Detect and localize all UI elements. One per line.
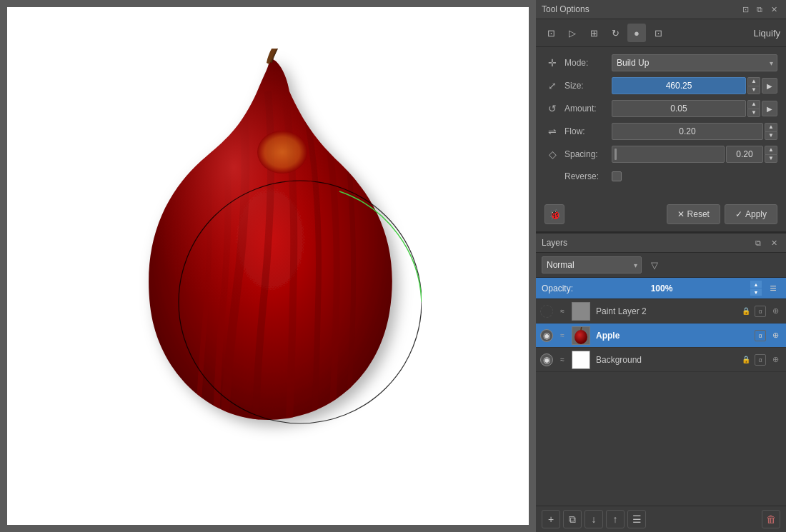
amount-arrow-icon: ▶ xyxy=(762,101,777,116)
apply-button[interactable]: ✓ Apply xyxy=(725,204,777,224)
tool-options-close-btn[interactable]: ✕ xyxy=(767,3,780,16)
amount-spin: ▲ ▼ xyxy=(747,100,760,117)
size-row: ⤢ Size: 460.25 ▲ ▼ ▶ xyxy=(544,77,777,94)
layers-footer: + ⧉ ↓ ↑ ☰ 🗑 xyxy=(536,506,786,532)
opacity-menu-btn[interactable]: ≡ xyxy=(766,281,780,296)
action-buttons: ✕ Reset ✓ Apply xyxy=(667,204,777,224)
layer-name-paint-layer-2: Paint Layer 2 xyxy=(593,306,737,316)
size-control: 460.25 ▲ ▼ ▶ xyxy=(612,77,777,94)
layer-item-apple[interactable]: ◉ ≈ Apple α xyxy=(536,323,786,348)
tool-icon-move[interactable]: ▷ xyxy=(563,24,582,42)
canvas-image xyxy=(114,49,422,484)
layer-vis-apple[interactable]: ◉ xyxy=(540,329,553,342)
tool-toolbar: ⊡ ▷ ⊞ ↻ ● ⊡ Liquify xyxy=(536,19,786,47)
layer-action-apple[interactable]: ⊕ xyxy=(769,329,782,342)
flow-label: Flow: xyxy=(564,126,607,136)
tool-icon-rect[interactable]: ⊡ xyxy=(542,24,560,42)
spacing-icon: ◇ xyxy=(544,146,560,162)
tool-icon-rotate[interactable]: ↻ xyxy=(606,24,625,42)
layer-thumb-apple xyxy=(572,326,590,345)
blend-mode-select[interactable]: Normal Multiply Screen Overlay xyxy=(542,256,642,273)
layer-type-paint-layer-2: ≈ xyxy=(556,305,569,318)
spacing-control: 0.20 ▲ ▼ xyxy=(612,146,777,163)
tool-options-maximize-btn[interactable]: ⧉ xyxy=(753,3,766,16)
tool-options-restore-btn[interactable]: ⊡ xyxy=(739,3,752,16)
layers-opacity-row: Opacity: 100% ▲ ▼ ≡ xyxy=(536,278,786,299)
opacity-down-btn[interactable]: ▼ xyxy=(750,288,762,296)
layer-type-apple: ≈ xyxy=(556,329,569,342)
opacity-label: Opacity: xyxy=(542,283,573,293)
amount-icon: ↺ xyxy=(544,101,560,116)
flow-up-btn[interactable]: ▲ xyxy=(765,123,777,131)
layer-action-background[interactable]: ⊕ xyxy=(769,353,782,366)
move-layer-up-btn[interactable]: ↑ xyxy=(606,510,625,528)
spacing-label: Spacing: xyxy=(564,149,607,159)
tool-icon-transform[interactable]: ⊞ xyxy=(584,24,603,42)
layer-action-paint-layer-2[interactable]: ⊕ xyxy=(769,305,782,318)
mode-row: ✛ Mode: Build Up Move Grow/Shrink Twirl … xyxy=(544,54,777,71)
opacity-value: 100% xyxy=(577,283,746,293)
reset-button[interactable]: ✕ Reset xyxy=(667,204,720,224)
opacity-up-btn[interactable]: ▲ xyxy=(750,281,762,288)
amount-input[interactable]: 0.05 xyxy=(612,100,746,117)
amount-down-btn[interactable]: ▼ xyxy=(747,109,760,118)
size-spin: ▲ ▼ xyxy=(747,77,760,94)
tool-options-content: ✛ Mode: Build Up Move Grow/Shrink Twirl … xyxy=(536,47,786,197)
add-layer-btn[interactable]: + xyxy=(542,510,560,528)
amount-up-btn[interactable]: ▲ xyxy=(747,100,760,109)
layer-alpha-apple: α xyxy=(755,330,766,341)
right-panel: Tool Options ⊡ ⧉ ✕ ⊡ ▷ ⊞ ↻ ● ⊡ Liquify ✛… xyxy=(536,0,786,532)
size-label: Size: xyxy=(564,81,607,91)
layers-maximize-btn[interactable]: ⧉ xyxy=(752,236,765,249)
apply-icon: ✓ xyxy=(735,209,742,219)
layer-name-background: Background xyxy=(593,355,737,365)
layers-filter-btn[interactable]: ▽ xyxy=(646,256,663,273)
mode-icon: ✛ xyxy=(544,55,560,71)
canvas-area[interactable] xyxy=(0,0,536,532)
reverse-checkbox[interactable] xyxy=(612,171,622,181)
reset-label: Reset xyxy=(687,209,710,219)
tool-name-label: Liquify xyxy=(753,28,780,39)
layer-thumb-paint-layer-2 xyxy=(572,302,590,321)
layer-vis-background[interactable]: ◉ xyxy=(540,353,553,366)
tool-icon-paint[interactable]: ● xyxy=(627,24,646,42)
size-icon: ⤢ xyxy=(544,78,560,94)
reverse-control xyxy=(612,171,777,181)
bug-button[interactable]: 🐞 xyxy=(544,204,564,224)
layer-item-paint-layer-2[interactable]: ≈ Paint Layer 2 🔒 α ⊕ xyxy=(536,299,786,323)
spacing-bar[interactable] xyxy=(612,146,725,163)
layers-header-icons: ⧉ ✕ xyxy=(752,236,780,249)
layer-lock-background: 🔒 xyxy=(740,354,752,366)
duplicate-layer-btn[interactable]: ⧉ xyxy=(563,510,582,528)
layer-item-background[interactable]: ◉ ≈ Background 🔒 α ⊕ xyxy=(536,348,786,372)
layers-blend-row: Normal Multiply Screen Overlay ▽ xyxy=(536,253,786,278)
tool-options-header: Tool Options ⊡ ⧉ ✕ xyxy=(536,0,786,19)
flow-row: ⇌ Flow: 0.20 ▲ ▼ xyxy=(544,123,777,140)
flow-input[interactable]: 0.20 xyxy=(612,123,763,140)
amount-row: ↺ Amount: 0.05 ▲ ▼ ▶ xyxy=(544,100,777,117)
reverse-icon xyxy=(544,169,560,184)
layers-header: Layers ⧉ ✕ xyxy=(536,234,786,253)
spacing-down-btn[interactable]: ▼ xyxy=(765,154,777,164)
tool-icon-selection[interactable]: ⊡ xyxy=(649,24,667,42)
svg-point-0 xyxy=(257,131,307,174)
flow-spin: ▲ ▼ xyxy=(765,123,777,140)
delete-layer-btn[interactable]: 🗑 xyxy=(762,510,780,528)
flow-down-btn[interactable]: ▼ xyxy=(765,131,777,141)
layer-thumb-background xyxy=(572,351,590,369)
mode-select[interactable]: Build Up Move Grow/Shrink Twirl Pinch/Un… xyxy=(612,54,777,71)
move-layer-down-btn[interactable]: ↓ xyxy=(584,510,603,528)
size-down-btn[interactable]: ▼ xyxy=(747,86,760,95)
spacing-up-btn[interactable]: ▲ xyxy=(765,146,777,154)
layer-type-background: ≈ xyxy=(556,353,569,366)
layer-vis-paint-layer-2[interactable] xyxy=(540,305,553,318)
layer-properties-btn[interactable]: ☰ xyxy=(627,510,646,528)
layers-close-btn[interactable]: ✕ xyxy=(767,236,780,249)
apply-label: Apply xyxy=(745,209,767,219)
spacing-spin: ▲ ▼ xyxy=(765,146,777,163)
size-input[interactable]: 460.25 xyxy=(612,77,746,94)
reverse-label: Reverse: xyxy=(564,171,607,181)
size-up-btn[interactable]: ▲ xyxy=(747,77,760,86)
layers-title: Layers xyxy=(542,238,567,248)
spacing-input[interactable]: 0.20 xyxy=(726,146,763,163)
